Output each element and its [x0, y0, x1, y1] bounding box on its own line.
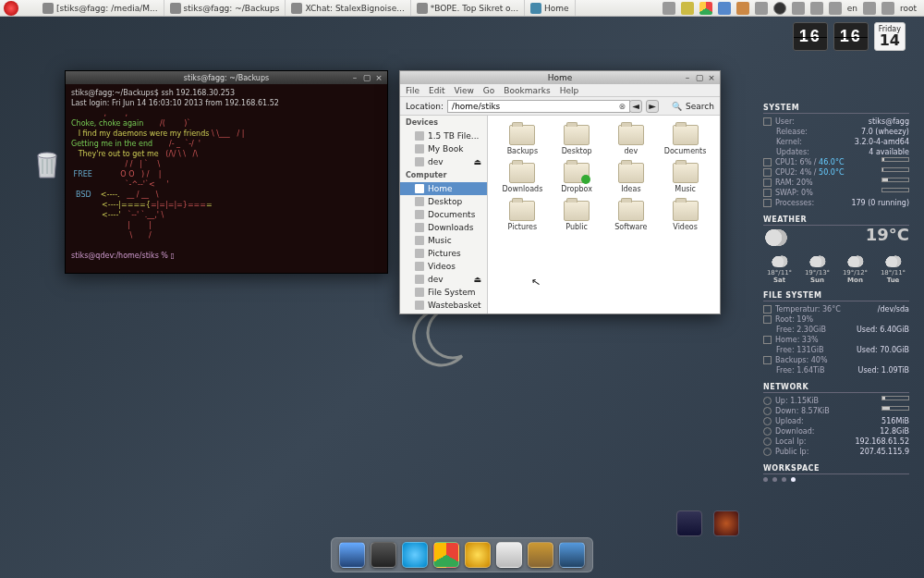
- svg-point-0: [38, 153, 56, 158]
- sidebar-item[interactable]: File System: [400, 286, 487, 299]
- network-tray-icon[interactable]: [810, 2, 823, 15]
- system-tray: en root: [655, 2, 924, 15]
- trash-icon[interactable]: [32, 148, 62, 181]
- clock-widget: 16 16 Friday 14: [793, 22, 906, 51]
- location-label: Location:: [406, 102, 444, 111]
- maximize-button[interactable]: ▢: [362, 73, 371, 82]
- folder-backups[interactable]: Backups: [497, 125, 548, 155]
- taskbar-item[interactable]: Home: [525, 0, 576, 16]
- terminal-window[interactable]: stiks@fagg: ~/Backups – ▢ × stiks@fagg:~…: [65, 70, 388, 274]
- dock-chrome-icon[interactable]: [433, 542, 459, 568]
- sidebar-item[interactable]: Music: [400, 234, 487, 247]
- close-button[interactable]: ×: [374, 73, 383, 82]
- folder-pictures[interactable]: Pictures: [497, 201, 548, 231]
- location-input[interactable]: [447, 100, 629, 113]
- tray-icon[interactable]: [736, 2, 749, 15]
- menu-go[interactable]: Go: [483, 86, 494, 95]
- folder-music[interactable]: Music: [660, 163, 711, 193]
- forecast-day: 19°/12°Mon: [839, 254, 871, 284]
- desktop-launchers: [676, 510, 739, 536]
- taskbar-item[interactable]: *BOPE. Top Sikret o...: [411, 0, 525, 16]
- file-manager-window[interactable]: Home – ▢ × File Edit View Go Bookmarks H…: [399, 70, 721, 314]
- close-button[interactable]: ×: [707, 73, 716, 82]
- fm-icon-view[interactable]: BackupsDesktopdevDocumentsDownloadsDropb…: [488, 116, 720, 314]
- terminal-titlebar[interactable]: stiks@fagg: ~/Backups – ▢ ×: [66, 71, 387, 84]
- menu-view[interactable]: View: [455, 86, 474, 95]
- dock: [331, 537, 593, 572]
- dock-anchor-icon[interactable]: [339, 542, 365, 568]
- folder-desktop[interactable]: Desktop: [552, 125, 602, 155]
- chrome-tray-icon[interactable]: [699, 2, 712, 15]
- sidebar-item[interactable]: 1.5 TB File...: [400, 129, 487, 142]
- minimize-button[interactable]: –: [350, 73, 359, 82]
- taskbar-item[interactable]: stiks@fagg: ~/Backups: [164, 0, 286, 16]
- eve-launcher-icon[interactable]: [676, 510, 702, 536]
- clock-date: Friday 14: [874, 22, 906, 51]
- taskbar-item[interactable]: [stiks@fagg: /media/M...: [37, 0, 164, 16]
- minimize-button[interactable]: –: [683, 73, 692, 82]
- clock-minutes: 16: [833, 22, 869, 51]
- menu-bookmarks[interactable]: Bookmarks: [504, 86, 550, 95]
- sidebar-heading-network: Network: [400, 312, 487, 314]
- conky-fs-heading: FILE SYSTEM: [763, 291, 909, 301]
- dock-terminal-icon[interactable]: [371, 542, 396, 568]
- dock-skype-icon[interactable]: [402, 542, 428, 568]
- dock-notes-icon[interactable]: [496, 542, 522, 568]
- nav-back-button[interactable]: ◄: [629, 100, 642, 113]
- forecast-day: 19°/13°Sun: [801, 254, 833, 284]
- dock-network-icon[interactable]: [559, 542, 585, 568]
- tray-icon[interactable]: [792, 2, 805, 15]
- sidebar-item[interactable]: dev⏏: [400, 273, 487, 286]
- maximize-button[interactable]: ▢: [695, 73, 704, 82]
- folder-public[interactable]: Public: [552, 201, 602, 231]
- fm-menubar: File Edit View Go Bookmarks Help: [400, 84, 720, 97]
- search-label[interactable]: Search: [686, 102, 714, 111]
- menu-help[interactable]: Help: [560, 86, 579, 95]
- sidebar-item[interactable]: Videos: [400, 260, 487, 273]
- sidebar-item[interactable]: Desktop: [400, 195, 487, 208]
- weather-cloud-icon: [763, 228, 789, 247]
- menu-file[interactable]: File: [406, 86, 419, 95]
- dock-emoji-icon[interactable]: [465, 542, 491, 568]
- forecast-day: 18°/11°Sat: [763, 254, 796, 284]
- tray-icon[interactable]: [718, 2, 731, 15]
- nav-forward-button[interactable]: ►: [646, 100, 659, 113]
- apps-launcher-icon[interactable]: [4, 1, 18, 16]
- tray-icon[interactable]: [755, 2, 768, 15]
- sidebar-item-home[interactable]: Home: [400, 182, 487, 195]
- user-indicator[interactable]: root: [900, 4, 917, 13]
- folder-documents[interactable]: Documents: [660, 125, 711, 155]
- sidebar-item[interactable]: Downloads: [400, 221, 487, 234]
- folder-videos[interactable]: Videos: [660, 201, 711, 231]
- sidebar-item[interactable]: Documents: [400, 208, 487, 221]
- clear-location-icon[interactable]: ⊗: [619, 102, 626, 111]
- conky-system-heading: SYSTEM: [763, 104, 909, 114]
- fm-titlebar[interactable]: Home – ▢ ×: [400, 71, 720, 84]
- tray-icon[interactable]: [863, 2, 876, 15]
- taskbar-item[interactable]: XChat: StalexBignoise...: [286, 0, 410, 16]
- diablo-launcher-icon[interactable]: [713, 510, 739, 536]
- folder-ideas[interactable]: Ideas: [606, 163, 657, 193]
- volume-tray-icon[interactable]: [829, 2, 842, 15]
- search-icon[interactable]: 🔍: [672, 102, 682, 111]
- menu-edit[interactable]: Edit: [429, 86, 444, 95]
- tray-icon[interactable]: [881, 2, 894, 15]
- workspace-indicator[interactable]: [763, 477, 909, 482]
- dock-sublime-icon[interactable]: [528, 542, 553, 568]
- folder-software[interactable]: Software: [606, 201, 657, 231]
- fm-sidebar: Devices 1.5 TB File... My Book dev⏏ Comp…: [400, 116, 488, 314]
- folder-dev[interactable]: dev: [606, 125, 657, 155]
- sidebar-item[interactable]: Wastebasket: [400, 299, 487, 312]
- keyboard-lang[interactable]: en: [847, 4, 857, 13]
- sidebar-item[interactable]: dev⏏: [400, 155, 487, 168]
- tray-icon[interactable]: [773, 2, 786, 15]
- tray-icon[interactable]: [681, 2, 694, 15]
- sidebar-item[interactable]: Pictures: [400, 247, 487, 260]
- sidebar-item[interactable]: My Book: [400, 142, 487, 155]
- tray-icon[interactable]: [663, 2, 675, 15]
- conky-ws-heading: WORKSPACE: [763, 464, 909, 474]
- conky-sidebar: SYSTEM User:stiks@fagg Release:7.0 (whee…: [763, 104, 909, 489]
- folder-downloads[interactable]: Downloads: [497, 163, 548, 193]
- terminal-body[interactable]: stiks@fagg:~/Backups$ ssh 192.168.30.253…: [66, 84, 387, 264]
- folder-dropbox[interactable]: Dropbox: [552, 163, 602, 193]
